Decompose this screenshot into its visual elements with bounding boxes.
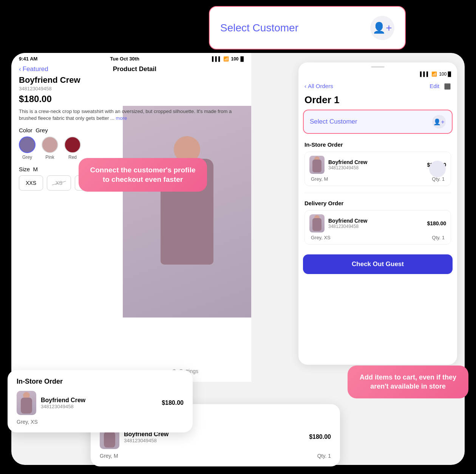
more-link[interactable]: more <box>116 115 127 121</box>
in-store-item-name: Boyfriend Crew <box>328 159 423 165</box>
tooltip-connect-text: Connect the customer's profile to checko… <box>90 166 195 183</box>
add-user-icon: 👤+ <box>372 22 392 34</box>
in-store-item-row: Boyfriend Crew 348123049458 $180.00 <box>309 156 446 174</box>
bottom-delivery-info: Boyfriend Crew 348123049458 <box>124 431 304 443</box>
all-orders-button[interactable]: ‹ All Orders <box>304 83 333 89</box>
in-store-item-sku: 348123049458 <box>328 165 423 170</box>
size-xs[interactable]: XS <box>47 175 71 191</box>
product-description: This is a crew-neck crop top sweatshirt … <box>19 108 244 122</box>
edit-button[interactable]: Edit <box>430 83 439 89</box>
bottom-in-store-info: Boyfriend Crew 348123049458 <box>41 397 157 409</box>
bottom-in-store-item-row: Boyfriend Crew 348123049458 $180.00 <box>17 391 184 415</box>
grey-label: Grey <box>22 155 32 160</box>
delivery-item-card: Boyfriend Crew 348123049458 $180.00 Grey… <box>304 210 451 245</box>
order-nav: ‹ All Orders Edit ▦ <box>298 80 457 93</box>
in-store-section: In-Store Order Boyfriend Crew 3481230494… <box>298 138 457 193</box>
bottom-delivery-thumb-figure <box>104 432 115 448</box>
delivery-item-thumb <box>309 214 325 232</box>
panel-signal-icon: ▌▌▌ <box>420 71 430 77</box>
bottom-in-store-name: Boyfriend Crew <box>41 397 157 404</box>
grey-swatch[interactable] <box>19 136 36 153</box>
color-swatches: Grey Pink Red <box>19 136 244 160</box>
tooltip-connect: Connect the customer's profile to checko… <box>79 158 207 192</box>
nav-title: Product Detail <box>113 65 156 73</box>
delivery-section: Delivery Order Boyfriend Crew 3481230494… <box>298 196 457 251</box>
add-user-button[interactable]: 👤+ <box>370 16 394 40</box>
in-store-variant: Grey, M <box>311 176 328 182</box>
tooltip-cart-text: Add items to cart, even if they aren't a… <box>360 373 456 390</box>
product-screen: 9:41 AM Tue Oct 30th ▌▌▌ 📶 100 █ ‹ Featu… <box>11 53 251 382</box>
product-name: Boyfriend Crew <box>19 75 244 85</box>
delivery-item-row: Boyfriend Crew 348123049458 $180.00 <box>309 214 446 232</box>
color-section: Color Grey Grey Pink Red <box>19 127 244 160</box>
pink-swatch[interactable] <box>42 136 58 153</box>
in-store-item-wrapper: Boyfriend Crew 348123049458 $180.00 Grey… <box>304 152 451 186</box>
barcode-icon[interactable]: ▦ <box>444 81 451 90</box>
color-swatch-grey[interactable]: Grey <box>19 136 36 160</box>
select-customer-order[interactable]: Select Customer 👤+ <box>303 110 453 134</box>
bottom-in-store-variant: Grey, XS <box>17 419 184 425</box>
battery-icon: █ <box>240 56 244 62</box>
product-sku: 348123049458 <box>19 86 244 91</box>
status-bar: 9:41 AM Tue Oct 30th ▌▌▌ 📶 100 █ <box>11 53 251 63</box>
bottom-in-store-thumb <box>17 391 36 415</box>
checkout-button[interactable]: Check Out Guest <box>303 254 453 274</box>
order-title: Order 1 <box>298 93 457 110</box>
signal-icon: ▌▌▌ <box>212 56 222 62</box>
delivery-item-detail: Grey, XS Qty. 1 <box>309 235 446 240</box>
pink-label: Pink <box>45 155 54 160</box>
color-label: Color Grey <box>19 127 244 133</box>
red-label: Red <box>68 155 77 160</box>
battery-display: 100 <box>231 56 238 62</box>
bottom-thumb-figure <box>21 398 32 414</box>
back-label: Featured <box>23 65 48 73</box>
section-divider <box>304 193 451 193</box>
delivery-title: Delivery Order <box>304 200 451 206</box>
select-customer-order-label: Select Customer <box>310 118 357 125</box>
in-store-title: In-Store Order <box>304 141 451 148</box>
all-orders-label: All Orders <box>308 83 333 89</box>
delivery-variant: Grey, XS <box>311 235 331 240</box>
color-swatch-red[interactable]: Red <box>64 136 81 160</box>
delivery-item-name: Boyfriend Crew <box>328 218 423 224</box>
product-nav: ‹ Featured Product Detail <box>11 63 251 75</box>
panel-battery-icon: 100 █ <box>439 71 451 77</box>
bottom-in-store-card: In-Store Order Boyfriend Crew 3481230494… <box>8 370 193 432</box>
delivery-item-sku: 348123049458 <box>328 224 423 229</box>
in-store-item-detail: Grey, M Qty. 1 <box>309 176 446 182</box>
red-swatch[interactable] <box>64 136 81 153</box>
thumb-figure <box>312 160 321 172</box>
delivery-qty: Qty. 1 <box>432 235 445 240</box>
order-nav-actions: Edit ▦ <box>430 81 451 90</box>
add-user-sm-icon: 👤+ <box>433 118 444 125</box>
order-panel: ▌▌▌ 📶 100 █ ‹ All Orders Edit ▦ Order 1 … <box>298 62 457 365</box>
size-xxs[interactable]: XXS <box>19 175 43 191</box>
bottom-delivery-detail: Grey, M Qty. 1 <box>100 453 331 459</box>
date-display: Tue Oct 30th <box>110 56 139 62</box>
in-store-item-info: Boyfriend Crew 348123049458 <box>328 159 423 170</box>
add-customer-icon[interactable]: 👤+ <box>432 115 446 129</box>
wifi-icon: 📶 <box>223 56 229 62</box>
status-right: ▌▌▌ 📶 100 █ <box>212 56 244 62</box>
chevron-left-icon: ‹ <box>304 83 306 89</box>
bottom-in-store-price: $180.00 <box>162 400 184 406</box>
chevron-left-icon: ‹ <box>19 65 21 73</box>
bottom-delivery-qty: Qty. 1 <box>317 453 331 459</box>
thumb-figure-2 <box>312 218 321 231</box>
bottom-delivery-variant: Grey, M <box>100 453 118 459</box>
product-price: $180.00 <box>19 94 244 104</box>
back-button[interactable]: ‹ Featured <box>19 65 48 73</box>
color-swatch-pink[interactable]: Pink <box>42 136 58 160</box>
tooltip-cart: Add items to cart, even if they aren't a… <box>348 366 468 398</box>
panel-wifi-icon: 📶 <box>431 71 437 77</box>
bottom-delivery-price: $180.00 <box>309 434 331 440</box>
bottom-in-store-sku: 348123049458 <box>41 404 157 409</box>
round-button[interactable] <box>429 161 446 177</box>
panel-status-bar: ▌▌▌ 📶 100 █ <box>298 70 457 80</box>
in-store-item-thumb <box>309 156 325 174</box>
panel-handle <box>371 66 385 68</box>
select-customer-top-card[interactable]: Select Customer 👤+ <box>209 6 406 50</box>
delivery-item-info: Boyfriend Crew 348123049458 <box>328 218 423 229</box>
time-display: 9:41 AM <box>19 56 37 62</box>
select-customer-label: Select Customer <box>220 22 298 34</box>
